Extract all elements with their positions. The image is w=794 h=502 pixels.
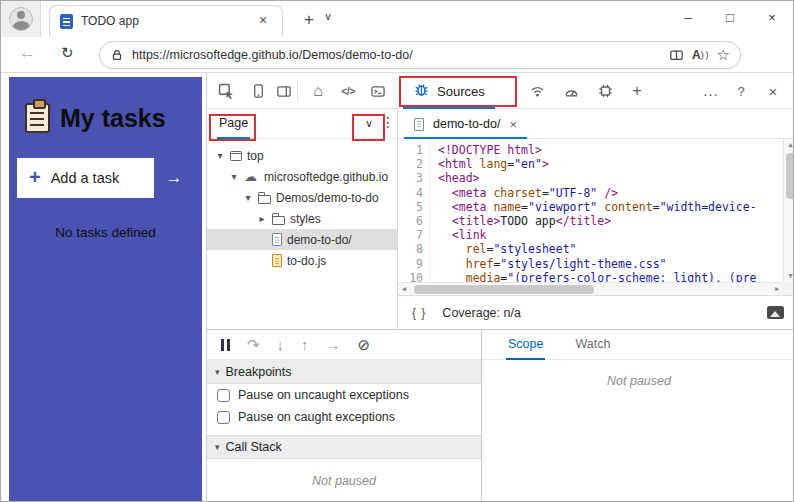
coverage-text: Coverage: n/a (442, 306, 767, 320)
window-maximize-button[interactable]: □ (709, 1, 751, 37)
cloud-icon: ☁ (244, 170, 259, 183)
tree-item-demos-demo-to-do[interactable]: ▾Demos/demo-to-do (207, 187, 397, 208)
tree-item-to-do-js[interactable]: to-do.js (207, 250, 397, 271)
navigator-dropdown-chevron-icon[interactable]: ∨ (359, 115, 379, 133)
breakpoint-option-row[interactable]: Pause on caught exceptions (207, 406, 481, 428)
customize-devtools-button[interactable]: … (699, 73, 723, 109)
line-number[interactable]: 5 (398, 200, 423, 214)
line-number[interactable]: 3 (398, 171, 423, 185)
window-minimize-button[interactable]: – (667, 1, 709, 37)
line-number[interactable]: 9 (398, 257, 423, 271)
arrow-right-icon: → (166, 168, 183, 188)
tab-network[interactable] (525, 73, 549, 109)
sources-tab-label: Sources (437, 84, 485, 99)
scroll-left-icon[interactable]: ◀ (398, 283, 410, 295)
lock-icon[interactable] (110, 48, 124, 62)
editor-tab-close-icon[interactable]: × (509, 117, 517, 132)
window-close-button[interactable]: × (751, 1, 793, 37)
devtools-close-button[interactable]: × (761, 73, 785, 109)
code-editor[interactable]: 12345678910 <!DOCTYPE html><html lang="e… (398, 139, 794, 295)
device-emulation-button[interactable] (247, 73, 269, 109)
new-tab-button[interactable]: + (297, 8, 321, 32)
tab-page[interactable]: Page (217, 109, 250, 139)
horizontal-scrollbar[interactable]: ◀ ▶ (398, 282, 783, 295)
line-number[interactable]: 6 (398, 214, 423, 228)
add-task-button[interactable]: + Add a task → (17, 158, 194, 198)
breakpoints-section-header[interactable]: ▾ Breakpoints (207, 360, 481, 384)
vertical-scroll-thumb[interactable] (786, 153, 794, 199)
empty-tasks-message: No tasks defined (9, 225, 202, 240)
back-button[interactable]: ← (19, 43, 36, 63)
code-line: rel="stylesheet" (438, 242, 783, 256)
read-aloud-icon[interactable]: A) ) (692, 48, 708, 62)
call-stack-status: Not paused (207, 474, 481, 488)
scroll-down-icon[interactable]: ▼ (784, 270, 794, 282)
toolbar-divider (297, 81, 298, 101)
editor-pane: demo-to-do/ × 12345678910 <!DOCTYPE html… (398, 109, 794, 295)
tree-item-label: microsoftedge.github.io (264, 170, 388, 184)
profile-button[interactable] (1, 1, 41, 37)
tab-close-icon[interactable]: × (254, 12, 272, 30)
deactivate-breakpoints-button[interactable]: ⊘ (358, 337, 371, 352)
app-header: My tasks (9, 77, 202, 133)
tab-sources[interactable]: Sources (403, 73, 495, 109)
line-number[interactable]: 2 (398, 157, 423, 171)
horizontal-scroll-thumb[interactable] (414, 285, 594, 294)
navigator-tabbar: Page ∨ ⋮ (207, 109, 397, 139)
refresh-button[interactable]: ↻ (61, 44, 74, 62)
panel-layout-button[interactable] (273, 73, 295, 109)
tree-expand-arrow-icon[interactable]: ▾ (229, 171, 239, 182)
tree-item-demo-to-do-[interactable]: demo-to-do/ (207, 229, 397, 250)
line-number[interactable]: 1 (398, 143, 423, 157)
tab-performance[interactable] (559, 73, 583, 109)
step-out-button[interactable]: ↑ (301, 337, 309, 352)
tree-item-microsoftedge-github-io[interactable]: ▾☁microsoftedge.github.io (207, 166, 397, 187)
line-number[interactable]: 7 (398, 228, 423, 242)
line-number[interactable]: 4 (398, 186, 423, 200)
checkbox-unchecked[interactable] (217, 389, 230, 402)
address-bar[interactable]: https://microsoftedge.github.io/Demos/de… (99, 41, 741, 69)
coverage-statusbar: { } Coverage: n/a (398, 295, 794, 329)
line-number[interactable]: 8 (398, 242, 423, 256)
submit-task-button[interactable]: → (154, 158, 194, 198)
breakpoint-option-row[interactable]: Pause on uncaught exceptions (207, 384, 481, 406)
folder-icon (258, 195, 271, 204)
editor-tab-demo-to-do[interactable]: demo-to-do/ × (404, 109, 527, 139)
step-button[interactable]: → (326, 337, 341, 352)
browser-tab[interactable]: TODO app × (49, 5, 283, 36)
file-js-icon (272, 254, 282, 267)
split-screen-icon[interactable] (669, 48, 684, 62)
tree-expand-arrow-icon[interactable]: ▸ (257, 213, 267, 224)
navigator-more-options-icon[interactable]: ⋮ (381, 114, 395, 130)
editor-gutter[interactable]: 12345678910 (398, 139, 430, 295)
tab-console[interactable] (367, 73, 389, 109)
tab-scope[interactable]: Scope (506, 330, 545, 360)
tree-expand-arrow-icon[interactable]: ▾ (215, 150, 225, 161)
plus-icon: + (29, 166, 41, 189)
tab-memory[interactable] (593, 73, 617, 109)
webpage-viewport: My tasks + Add a task → No tasks defined (1, 73, 206, 502)
tab-list-chevron-icon[interactable]: ∨ (324, 10, 332, 23)
step-over-button[interactable]: ↷ (247, 337, 260, 352)
step-into-button[interactable]: ↓ (277, 337, 285, 352)
checkbox-unchecked[interactable] (217, 411, 230, 424)
screenshot-icon[interactable] (767, 306, 784, 319)
tree-item-top[interactable]: ▾top (207, 145, 397, 166)
tree-item-styles[interactable]: ▸styles (207, 208, 397, 229)
scroll-up-icon[interactable]: ▲ (784, 139, 794, 151)
pause-button[interactable] (221, 339, 230, 351)
inspect-tool-button[interactable] (215, 73, 237, 109)
call-stack-section-header[interactable]: ▾ Call Stack (207, 435, 481, 459)
favorites-star-icon[interactable]: ☆ (717, 46, 730, 64)
tab-watch[interactable]: Watch (573, 330, 612, 360)
vertical-scrollbar[interactable]: ▲ ▼ (783, 139, 794, 282)
tree-expand-arrow-icon[interactable]: ▾ (243, 192, 253, 203)
tab-elements[interactable]: </> (335, 73, 361, 109)
more-tools-plus-button[interactable]: + (625, 73, 649, 109)
help-button[interactable]: ? (729, 73, 753, 109)
pretty-print-braces-icon[interactable]: { } (412, 306, 426, 320)
add-task-label: Add a task (51, 170, 154, 186)
url-text[interactable]: https://microsoftedge.github.io/Demos/de… (132, 48, 661, 62)
tab-welcome-home-icon[interactable]: ⌂ (307, 73, 329, 109)
scroll-right-icon[interactable]: ▶ (771, 283, 783, 295)
